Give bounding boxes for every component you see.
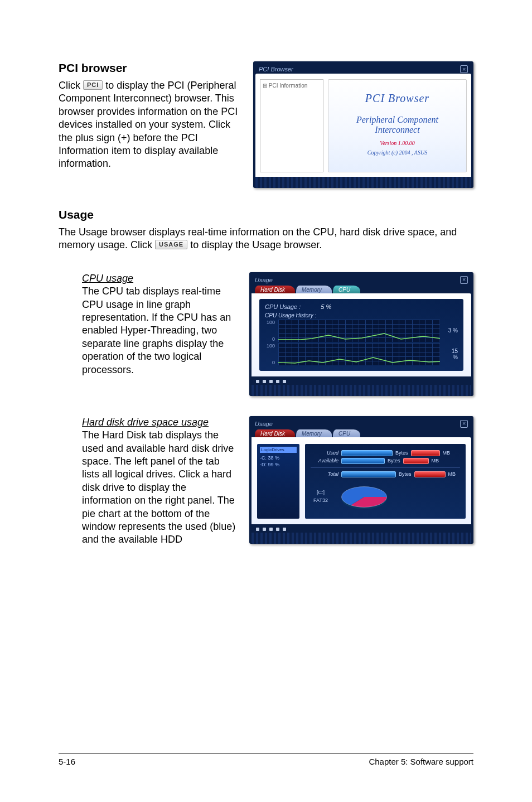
pci-para-prefix: Click [59, 80, 83, 91]
pie-chart [338, 481, 390, 513]
available-row: Available Bytes MB [311, 458, 460, 464]
cpu-subheading: CPU usage [82, 272, 236, 285]
close-icon[interactable]: × [460, 65, 468, 73]
pci-info-panel: PCI Browser Peripheral ComponentIntercon… [328, 79, 467, 172]
cpu-graph2-pct: 15 % [443, 348, 458, 360]
drive-list[interactable]: LogicDrives -C: 38 % -D: 99 % [257, 444, 299, 519]
usage-intro: The Usage browser displays real-time inf… [59, 226, 473, 252]
cpu-graph-2 [278, 343, 440, 365]
hdd-subheading: Hard disk drive space usage [82, 416, 236, 429]
hdd-paragraph: The Hard Disk tab displays the used and … [82, 429, 236, 547]
chapter-label: Chapter 5: Software support [369, 757, 473, 766]
pci-browser-window: PCI Browser × ⊞ PCI Information PCI Brow… [253, 61, 473, 188]
usage-cpu-window: Usage × Hard Disk Memory CPU CPU Usage :… [249, 272, 473, 396]
tab-memory[interactable]: Memory [296, 429, 332, 437]
cpu-graph1-pct: 3 % [443, 327, 458, 334]
pci-copyright: Copyright (c) 2004 , ASUS [367, 149, 427, 156]
pie-labels: [C:] FAT32 [311, 489, 331, 504]
drive-row-c[interactable]: -C: 38 % [260, 455, 297, 461]
pci-para-suffix: to display the PCI (Peripheral Component… [59, 80, 238, 169]
tab-cpu[interactable]: CPU [333, 429, 360, 437]
usage-inline-button[interactable]: USAGE [155, 240, 187, 249]
drive-list-header: LogicDrives [260, 447, 297, 453]
total-row: Total Bytes MB [311, 471, 460, 477]
tab-cpu[interactable]: CPU [333, 286, 360, 293]
usage-intro-suffix: to display the Usage browser. [190, 239, 322, 250]
pci-heading: PCI browser [59, 61, 240, 75]
pci-tree-panel[interactable]: ⊞ PCI Information [260, 79, 323, 172]
drive-row-d[interactable]: -D: 99 % [260, 461, 297, 468]
cpu-graph-1 [278, 320, 440, 342]
pci-tree-item[interactable]: ⊞ PCI Information [263, 83, 321, 89]
cpu-paragraph: The CPU tab displays real-time CPU usage… [82, 285, 236, 376]
used-row: Used Bytes MB [311, 450, 460, 456]
pci-inline-button[interactable]: PCI [83, 80, 103, 90]
tab-hard-disk[interactable]: Hard Disk [255, 286, 295, 293]
drive-detail: Used Bytes MB Available Bytes MB [305, 444, 466, 519]
pci-paragraph: Click PCI to display the PCI (Peripheral… [59, 79, 240, 171]
tab-memory[interactable]: Memory [296, 286, 332, 293]
cpu-history-label: CPU Usage History : [265, 312, 458, 318]
usage-heading: Usage [59, 208, 473, 221]
tab-hard-disk[interactable]: Hard Disk [255, 429, 295, 437]
pci-window-title: PCI Browser [259, 66, 293, 73]
usage-hdd-window: Usage × Hard Disk Memory CPU LogicDrives… [249, 416, 473, 544]
usage-window-title-2: Usage [255, 421, 273, 427]
pci-subtitle: Peripheral ComponentInterconnect [356, 115, 438, 136]
pci-version: Version 1.00.00 [380, 140, 415, 146]
close-icon[interactable]: × [460, 420, 468, 428]
usage-window-title: Usage [255, 277, 273, 283]
pci-headline: PCI Browser [365, 92, 429, 105]
page-number: 5-16 [59, 757, 75, 766]
cpu-usage-readout: CPU Usage : 5 % [265, 303, 458, 310]
close-icon[interactable]: × [460, 276, 468, 284]
